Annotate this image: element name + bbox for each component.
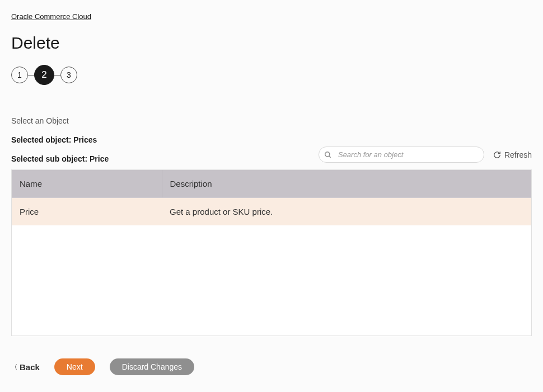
discard-button[interactable]: Discard Changes: [110, 358, 194, 375]
object-table-container: Name Description Price Get a product or …: [11, 169, 532, 336]
page-title: Delete: [11, 34, 532, 53]
column-header-description[interactable]: Description: [162, 170, 531, 198]
refresh-button[interactable]: Refresh: [493, 150, 532, 159]
stepper-connector: [28, 75, 34, 75]
cell-description: Get a product or SKU price.: [162, 198, 531, 226]
back-label: Back: [20, 362, 40, 372]
stepper-connector: [54, 75, 60, 75]
object-table: Name Description Price Get a product or …: [12, 170, 531, 225]
refresh-label: Refresh: [504, 150, 532, 159]
back-button[interactable]: 〈 Back: [11, 362, 40, 372]
breadcrumb-link[interactable]: Oracle Commerce Cloud: [11, 12, 91, 21]
next-button[interactable]: Next: [54, 358, 95, 375]
search-box: [319, 147, 484, 163]
refresh-icon: [493, 151, 501, 159]
selected-object: Selected object: Prices: [11, 135, 532, 144]
step-1[interactable]: 1: [11, 67, 28, 83]
step-3[interactable]: 3: [60, 67, 77, 83]
chevron-left-icon: 〈: [11, 363, 17, 371]
footer-actions: 〈 Back Next Discard Changes: [11, 358, 532, 375]
table-row[interactable]: Price Get a product or SKU price.: [12, 198, 531, 226]
step-2[interactable]: 2: [34, 65, 54, 85]
stepper: 1 2 3: [11, 65, 532, 85]
svg-point-0: [325, 152, 330, 156]
search-icon: [324, 151, 332, 159]
column-header-name[interactable]: Name: [12, 170, 162, 198]
search-input[interactable]: [319, 147, 484, 163]
svg-line-1: [329, 155, 331, 157]
section-label: Select an Object: [11, 116, 532, 125]
cell-name: Price: [12, 198, 162, 226]
